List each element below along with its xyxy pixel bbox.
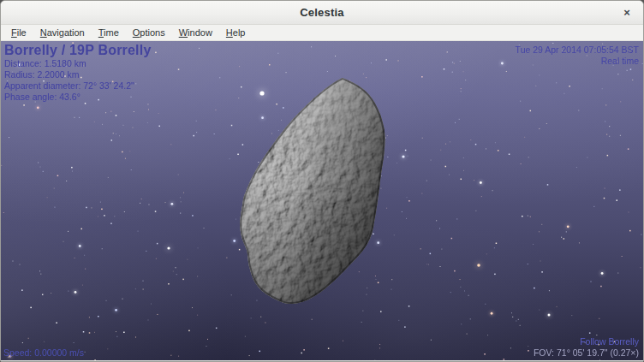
- close-icon[interactable]: ×: [619, 5, 635, 21]
- render-viewport[interactable]: Borrelly / 19P Borrelly Distance: 1.5180…: [1, 41, 643, 360]
- menu-options[interactable]: Options: [126, 26, 172, 40]
- comet-borrelly-nucleus[interactable]: [233, 73, 391, 312]
- title-bar[interactable]: Celestia ×: [1, 1, 643, 25]
- menu-navigation[interactable]: Navigation: [33, 26, 92, 40]
- menu-file[interactable]: File: [4, 26, 33, 40]
- menu-time[interactable]: Time: [92, 26, 126, 40]
- menu-bar: File Navigation Time Options Window Help: [1, 25, 643, 41]
- window-title: Celestia: [300, 6, 343, 19]
- menu-help[interactable]: Help: [219, 26, 253, 40]
- celestia-window: Celestia × File Navigation Time Options …: [0, 0, 644, 362]
- menu-window[interactable]: Window: [172, 26, 219, 40]
